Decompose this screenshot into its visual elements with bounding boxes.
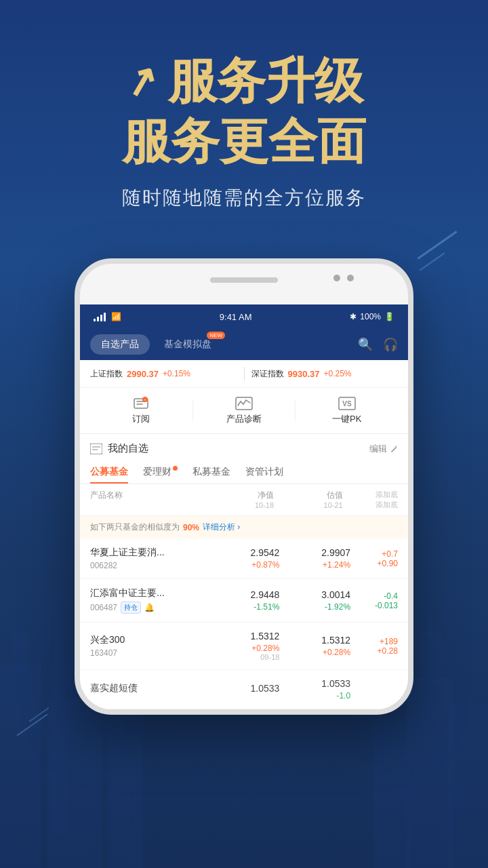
status-time: 9:41 AM xyxy=(220,312,252,322)
similarity-link[interactable]: 详细分析 › xyxy=(203,521,240,533)
fund-info-4: 嘉实超短债 xyxy=(90,682,209,696)
fund-nav-4: 1.0533 xyxy=(209,683,280,696)
status-right: ✱ 100% 🔋 xyxy=(350,312,394,321)
watchlist-icon xyxy=(90,443,102,454)
fund-name-3: 兴全300 xyxy=(90,634,209,646)
phone-mockup-wrapper: 📶 9:41 AM ✱ 100% 🔋 自选产品 基金模拟盘 NEW xyxy=(0,258,488,715)
phone-mockup: 📶 9:41 AM ✱ 100% 🔋 自选产品 基金模拟盘 NEW xyxy=(75,258,413,715)
app-nav-bar: 自选产品 基金模拟盘 NEW 🔍 🎧 xyxy=(80,329,408,360)
wifi-icon: 📶 xyxy=(111,312,121,321)
fund-name-2: 汇添富中证主要... xyxy=(90,587,209,599)
sh-index-value: 2990.37 xyxy=(127,369,159,379)
nav-tab-products[interactable]: 自选产品 xyxy=(90,334,150,355)
phone-camera2 xyxy=(347,275,354,281)
cat-tab-public-fund[interactable]: 公募基金 xyxy=(90,460,128,484)
fund-name-1: 华夏上证主要消... xyxy=(90,547,209,559)
phone-speaker xyxy=(210,277,278,283)
fund-info-3: 兴全300 163407 xyxy=(90,634,209,658)
ticker-divider xyxy=(244,367,245,380)
category-tabs: 公募基金 爱理财 私募基金 资管计划 xyxy=(80,460,408,484)
hero-title-line2: 服务更全面 xyxy=(41,115,447,168)
fund-est-3: 1.5312 +0.28% xyxy=(279,635,350,657)
svg-rect-22 xyxy=(90,443,102,454)
fund-code-2: 006487 持仓 🔔 xyxy=(90,601,209,614)
svg-text:VS: VS xyxy=(342,400,352,408)
sh-index-label: 上证指数 xyxy=(90,368,123,380)
sz-index-item: 深证指数 9930.37 +0.25% xyxy=(251,368,399,380)
fund-est-4: 1.0533 -1.0 xyxy=(279,678,350,701)
fund-add-2: -0.4 -0.013 xyxy=(350,591,398,610)
similarity-notice: 如下两只基金的相似度为 90% 详细分析 › xyxy=(80,516,408,538)
hero-title-line1: ↗ 服务升级 xyxy=(41,54,447,108)
fund-code-1: 006282 xyxy=(90,561,209,570)
fund-est-1: 2.9907 +1.24% xyxy=(279,547,350,570)
nav-icons: 🔍 🎧 xyxy=(358,337,398,352)
cat-tab-private-fund[interactable]: 私募基金 xyxy=(192,460,230,484)
status-left: 📶 xyxy=(94,312,121,321)
sh-index-item: 上证指数 2990.37 +0.15% xyxy=(90,368,237,380)
sz-index-value: 9930.37 xyxy=(288,369,320,379)
sz-index-label: 深证指数 xyxy=(251,368,284,380)
ticker-bar: 上证指数 2990.37 +0.15% 深证指数 9930.37 +0.25% xyxy=(80,360,408,388)
signal-bar-4 xyxy=(104,313,106,321)
bell-icon: 🔔 xyxy=(144,603,155,612)
tool-pk[interactable]: VS 一键PK xyxy=(296,396,398,425)
fund-nav-3: 1.5312 +0.28% 09-18 xyxy=(209,631,280,661)
watchlist-edit-button[interactable]: 编辑 xyxy=(369,443,398,455)
fund-nav-1: 2.9542 +0.87% xyxy=(209,547,280,570)
signal-bar-1 xyxy=(94,319,96,321)
nav-tab-fund-sim[interactable]: 基金模拟盘 NEW xyxy=(153,334,222,355)
fund-row[interactable]: 汇添富中证主要... 006487 持仓 🔔 2.9448 -1.51% 3.0… xyxy=(80,579,408,623)
th-nav: 净值 10-18 xyxy=(205,490,274,510)
fund-row[interactable]: 华夏上证主要消... 006282 2.9542 +0.87% 2.9907 +… xyxy=(80,538,408,579)
signal-bars xyxy=(94,312,106,321)
svg-rect-12 xyxy=(373,719,410,868)
fund-info-1: 华夏上证主要消... 006282 xyxy=(90,547,209,570)
fund-row[interactable]: 嘉实超短债 1.0533 1.0533 -1.0 xyxy=(80,670,408,709)
svg-rect-11 xyxy=(447,705,488,868)
hero-subtitle: 随时随地随需的全方位服务 xyxy=(41,185,447,211)
fund-nav-2: 2.9448 -1.51% xyxy=(209,589,280,612)
similarity-percent: 90% xyxy=(183,523,199,532)
subscribe-icon: + xyxy=(131,396,150,411)
phone-camera xyxy=(333,275,340,281)
pk-label: 一键PK xyxy=(332,413,361,425)
svg-text:+: + xyxy=(144,397,146,401)
headset-icon[interactable]: 🎧 xyxy=(383,337,398,352)
fund-est-2: 3.0014 -1.92% xyxy=(279,589,350,612)
cat-tab-asset-mgmt[interactable]: 资管计划 xyxy=(245,460,283,484)
hold-tag: 持仓 xyxy=(121,601,141,614)
fund-name-4: 嘉实超短债 xyxy=(90,682,209,694)
search-icon[interactable]: 🔍 xyxy=(358,337,373,352)
battery-text: 100% xyxy=(360,312,381,321)
watchlist-section: 我的自选 编辑 公募基金 爱 xyxy=(80,434,408,709)
edit-icon xyxy=(390,445,398,453)
sz-index-change: +0.25% xyxy=(324,369,352,378)
fund-add-3: +189 +0.28 xyxy=(350,637,398,656)
watchlist-title: 我的自选 xyxy=(90,442,148,455)
signal-bar-3 xyxy=(100,315,102,321)
tool-bar: + 订阅 产品诊断 xyxy=(80,388,408,434)
fund-add-1: +0.7 +0.90 xyxy=(350,549,398,568)
nav-tabs: 自选产品 基金模拟盘 NEW xyxy=(90,334,222,355)
tool-subscribe[interactable]: + 订阅 xyxy=(90,396,192,425)
ai-li-cai-badge xyxy=(173,466,178,471)
svg-rect-6 xyxy=(108,712,142,868)
fund-info-2: 汇添富中证主要... 006487 持仓 🔔 xyxy=(90,587,209,614)
new-badge: NEW xyxy=(207,332,225,339)
watchlist-header: 我的自选 编辑 xyxy=(80,434,408,460)
battery-icon: 🔋 xyxy=(384,312,394,321)
pk-icon: VS xyxy=(338,396,357,411)
th-est: 估值 10-21 xyxy=(274,490,343,510)
status-bar: 📶 9:41 AM ✱ 100% 🔋 xyxy=(80,304,408,329)
diagnose-icon xyxy=(235,396,253,411)
hero-section: ↗ 服务升级 服务更全面 随时随地随需的全方位服务 xyxy=(0,0,488,238)
cat-tab-ai-li-cai[interactable]: 爱理财 xyxy=(143,460,178,484)
th-name: 产品名称 xyxy=(90,490,205,510)
fund-row[interactable]: 兴全300 163407 1.5312 +0.28% 09-18 1.5312 … xyxy=(80,623,408,670)
tool-diagnose[interactable]: 产品诊断 xyxy=(193,396,296,425)
table-header: 产品名称 净值 10-18 估值 10-21 添加底 添加底 xyxy=(80,484,408,516)
bluetooth-icon: ✱ xyxy=(350,312,357,321)
arrow-icon: ↗ xyxy=(120,58,162,104)
th-add: 添加底 添加底 xyxy=(343,490,398,510)
